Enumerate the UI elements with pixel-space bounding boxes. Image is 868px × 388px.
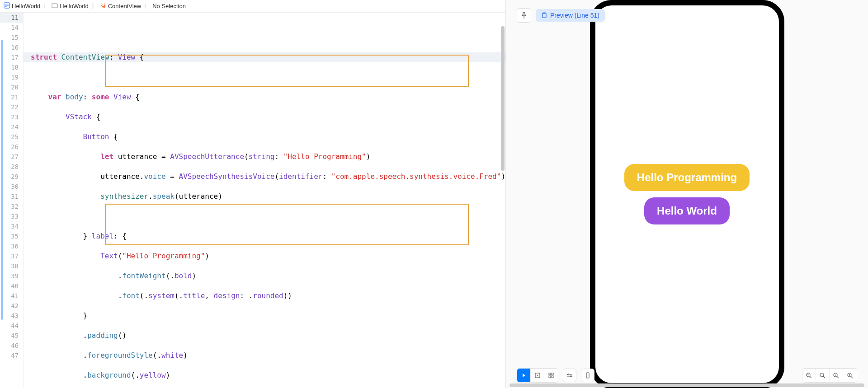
zoom-in-icon — [847, 373, 853, 379]
svg-rect-1 — [5, 4, 9, 5]
svg-line-20 — [823, 376, 825, 378]
cursor-rect-icon — [535, 373, 540, 378]
device-frame: Hello Programming Hello World — [590, 0, 784, 388]
zoom-fit-button[interactable] — [816, 369, 830, 382]
breadcrumb-project[interactable]: HelloWorld — [4, 2, 40, 10]
chevron-right-icon: 〉 — [43, 2, 49, 10]
preview-toolbar: 1 — [517, 368, 857, 383]
vertical-scrollbar[interactable] — [501, 26, 505, 171]
line-gutter: 11 14 15 16 17 18 19 20 21 22 23 24 25 2… — [0, 13, 24, 388]
zoom-out-icon — [806, 373, 812, 379]
preview-device-button[interactable] — [581, 369, 594, 382]
breadcrumb[interactable]: HelloWorld 〉 HelloWorld 〉 ContentView 〉 … — [0, 0, 505, 13]
pin-button[interactable] — [517, 8, 531, 23]
code-content[interactable]: struct ContentView: View { var body: som… — [24, 13, 505, 388]
svg-line-17 — [810, 376, 811, 378]
svg-line-25 — [851, 376, 853, 378]
svg-rect-10 — [552, 376, 553, 378]
play-icon — [522, 373, 526, 378]
breadcrumb-file[interactable]: ContentView — [100, 2, 141, 10]
zoom-100-icon: 1 — [833, 373, 839, 379]
chevron-right-icon: 〉 — [91, 2, 97, 10]
preview-badge[interactable]: Preview (Line 51) — [536, 9, 605, 22]
svg-rect-2 — [5, 5, 9, 5]
folder-icon — [52, 3, 58, 9]
preview-button-hello-programming[interactable]: Hello Programming — [624, 164, 750, 191]
change-strip — [1, 40, 3, 320]
sliders-icon — [566, 373, 573, 378]
svg-text:1: 1 — [835, 374, 836, 376]
svg-rect-9 — [549, 376, 551, 378]
clipboard-icon — [541, 12, 547, 19]
grid-icon — [548, 373, 554, 378]
code-editor[interactable]: 11 14 15 16 17 18 19 20 21 22 23 24 25 2… — [0, 13, 505, 388]
svg-rect-7 — [549, 373, 551, 375]
svg-rect-3 — [5, 6, 7, 7]
preview-canvas[interactable]: Preview (Line 51) Hello Programming Hell… — [506, 0, 868, 388]
horizontal-scrollbar[interactable] — [509, 383, 864, 387]
iphone-icon — [586, 372, 590, 379]
svg-rect-15 — [586, 373, 589, 378]
pin-icon — [521, 12, 527, 19]
breadcrumb-selection[interactable]: No Selection — [152, 3, 186, 9]
project-icon — [4, 2, 10, 10]
swift-icon — [100, 2, 106, 10]
zoom-in-button[interactable] — [843, 369, 857, 382]
svg-point-19 — [820, 373, 824, 377]
svg-line-22 — [837, 376, 839, 378]
live-preview-button[interactable] — [517, 369, 531, 382]
chevron-right-icon: 〉 — [144, 2, 150, 10]
zoom-out-button[interactable] — [802, 369, 816, 382]
breadcrumb-folder[interactable]: HelloWorld — [52, 3, 88, 9]
selectable-preview-button[interactable] — [531, 369, 544, 382]
variants-button[interactable] — [544, 369, 558, 382]
zoom-fit-icon — [820, 373, 826, 379]
preview-button-hello-world[interactable]: Hello World — [644, 197, 730, 224]
device-settings-button[interactable] — [563, 369, 576, 382]
svg-rect-8 — [552, 373, 553, 375]
zoom-actual-button[interactable]: 1 — [830, 369, 843, 382]
